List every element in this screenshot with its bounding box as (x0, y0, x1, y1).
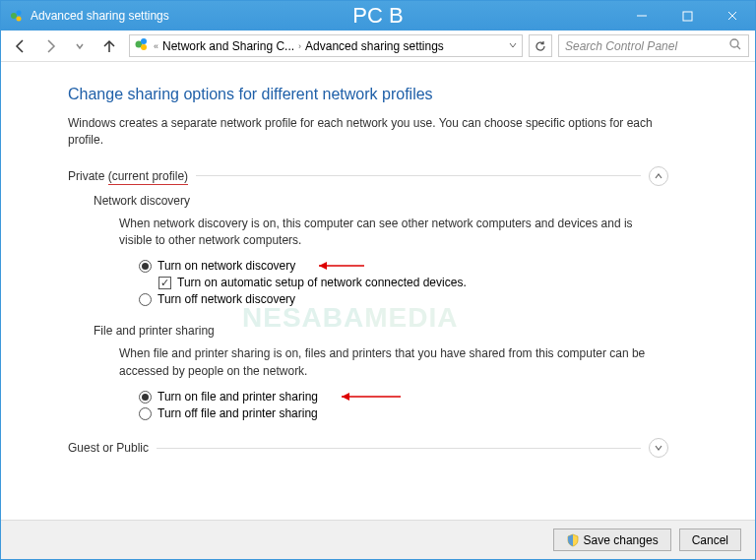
breadcrumb-item-1[interactable]: Network and Sharing C... (162, 39, 294, 53)
footer-bar: Save changes Cancel (1, 520, 755, 559)
search-input[interactable]: Search Control Panel (558, 34, 749, 57)
radio-icon (139, 407, 152, 420)
svg-point-2 (17, 17, 22, 22)
svg-point-11 (730, 39, 738, 47)
breadcrumb-item-2[interactable]: Advanced sharing settings (305, 39, 444, 53)
search-placeholder: Search Control Panel (565, 39, 677, 53)
search-icon (728, 37, 742, 54)
radio-icon (139, 260, 152, 273)
breadcrumb-sep: « (154, 41, 158, 51)
refresh-button[interactable] (529, 34, 552, 57)
section-private-label: Private (current profile) (68, 169, 188, 183)
radio-network-discovery-off[interactable]: Turn off network discovery (139, 292, 668, 306)
address-bar[interactable]: « Network and Sharing C... › Advanced sh… (129, 34, 523, 57)
breadcrumb-sep: › (298, 41, 301, 51)
svg-point-0 (11, 13, 17, 19)
checkbox-auto-setup[interactable]: Turn on automatic setup of network conne… (158, 276, 668, 289)
collapse-button[interactable] (649, 166, 668, 186)
window-titlebar: Advanced sharing settings PC B (1, 1, 755, 31)
radio-icon (139, 391, 152, 404)
section-guest-header[interactable]: Guest or Public (68, 438, 668, 458)
radio-file-printer-off[interactable]: Turn off file and printer sharing (139, 406, 668, 420)
divider (196, 175, 641, 176)
svg-point-9 (141, 38, 147, 44)
network-icon (134, 36, 150, 55)
svg-point-1 (17, 11, 22, 16)
radio-file-printer-on[interactable]: Turn on file and printer sharing (139, 390, 668, 404)
divider (157, 448, 641, 449)
svg-point-10 (141, 44, 147, 50)
shield-icon (566, 533, 580, 547)
network-discovery-desc: When network discovery is on, this compu… (119, 216, 668, 250)
annotation-arrow-icon (309, 260, 364, 272)
chevron-down-icon[interactable] (508, 39, 518, 53)
checkbox-icon (158, 277, 171, 289)
window-center-title: PC B (352, 3, 403, 29)
section-private-header[interactable]: Private (current profile) (68, 166, 668, 186)
radio-icon (139, 293, 152, 306)
network-discovery-title: Network discovery (94, 194, 668, 208)
save-changes-button[interactable]: Save changes (553, 529, 671, 551)
cancel-button[interactable]: Cancel (679, 529, 741, 551)
section-guest-label: Guest or Public (68, 441, 149, 455)
close-button[interactable] (710, 1, 755, 31)
app-icon (9, 8, 25, 24)
content-area: NESABAMEDIA Change sharing options for d… (1, 62, 755, 525)
annotation-arrow-icon (332, 391, 401, 403)
up-button[interactable] (95, 34, 123, 58)
file-printer-desc: When file and printer sharing is on, fil… (119, 345, 668, 380)
svg-rect-4 (683, 12, 692, 21)
svg-line-12 (737, 46, 740, 49)
page-description: Windows creates a separate network profi… (68, 115, 668, 149)
radio-network-discovery-on[interactable]: Turn on network discovery (139, 259, 668, 273)
forward-button[interactable] (36, 34, 64, 58)
maximize-button[interactable] (664, 1, 710, 31)
file-printer-title: File and printer sharing (94, 324, 668, 338)
back-button[interactable] (7, 34, 34, 58)
window-title: Advanced sharing settings (31, 9, 169, 23)
recent-button[interactable] (66, 34, 94, 58)
expand-button[interactable] (649, 438, 668, 458)
navigation-bar: « Network and Sharing C... › Advanced sh… (1, 31, 755, 62)
minimize-button[interactable] (619, 1, 664, 31)
page-heading: Change sharing options for different net… (68, 86, 668, 103)
